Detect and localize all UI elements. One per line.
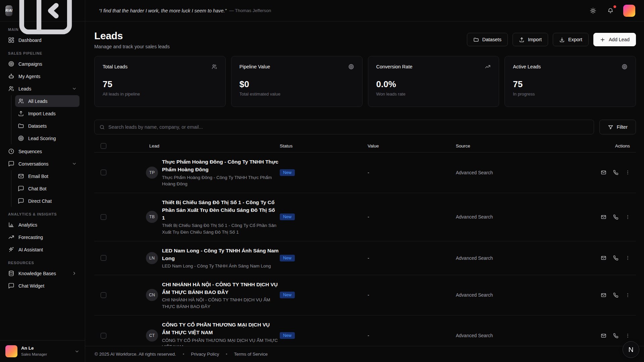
filter-button[interactable]: Filter: [599, 120, 636, 134]
status-badge: New: [280, 214, 295, 220]
users-icon: [211, 64, 217, 70]
column-header-value: Value: [368, 143, 456, 148]
lead-subtitle: Thiết Bị Chiếu Sáng Đô Thị Số 1 - Công T…: [162, 222, 279, 235]
more-vertical-action-button[interactable]: [623, 290, 633, 300]
row-checkbox[interactable]: [101, 292, 106, 298]
more-vertical-action-button[interactable]: [623, 253, 633, 263]
button-label: Add Lead: [609, 37, 630, 42]
footer-link-terms-of-service[interactable]: Terms of Service: [234, 352, 268, 357]
notification-dot: [613, 5, 616, 8]
sidebar-item-conversations[interactable]: Conversations: [5, 158, 79, 170]
user-menu[interactable]: An Le Sales Manager: [0, 340, 85, 362]
select-all-checkbox[interactable]: [101, 143, 106, 149]
table-header-row: LeadStatusValueSourceActions: [94, 140, 636, 153]
sidebar-item-my-agents[interactable]: My Agents: [5, 70, 79, 82]
notifications-bell-icon[interactable]: [606, 6, 615, 15]
row-checkbox[interactable]: [101, 170, 106, 175]
value-cell: -: [368, 255, 456, 261]
footer: © 2025 AI Workforce. All rights reserved…: [85, 346, 644, 362]
user-role: Sales Manager: [21, 352, 47, 357]
avatar: [5, 345, 17, 357]
sidebar-item-label: Conversations: [18, 161, 49, 167]
download-icon: [559, 37, 565, 43]
add-lead-button[interactable]: Add Lead: [593, 33, 636, 46]
mail-action-button[interactable]: [598, 290, 608, 300]
row-checkbox[interactable]: [101, 255, 106, 261]
sidebar-item-email-bot[interactable]: Email Bot: [15, 170, 79, 182]
sidebar-item-datasets[interactable]: Datasets: [15, 120, 79, 132]
sidebar-item-dashboard[interactable]: Dashboard: [5, 34, 79, 46]
phone-action-button[interactable]: [610, 253, 621, 263]
more-vertical-action-button[interactable]: [623, 168, 633, 178]
theme-toggle-sun-icon[interactable]: [588, 6, 598, 15]
mail-action-button[interactable]: [598, 168, 608, 178]
phone-action-button[interactable]: [610, 212, 621, 222]
mail-action-button[interactable]: [598, 330, 608, 341]
table-row: CTCÔNG TY CỔ PHẦN THƯƠNG MẠI DỊCH VỤ ẨM …: [94, 315, 636, 346]
sidebar: R/AI MAINDashboardSALES PIPELINECampaign…: [0, 0, 85, 362]
sidebar-item-all-leads[interactable]: All Leads: [15, 95, 79, 107]
profile-avatar[interactable]: [623, 5, 635, 17]
sidebar-item-leads[interactable]: Leads: [5, 83, 79, 95]
lead-name[interactable]: CHI NHÁNH HÀ NỘI - CÔNG TY TNHH DỊCH VỤ …: [162, 281, 279, 296]
column-header-actions: Actions: [556, 143, 636, 148]
mail-action-button[interactable]: [598, 253, 608, 263]
github-icon[interactable]: [605, 350, 614, 359]
stat-card-pipeline-value: Pipeline Value$0Total estimated value: [231, 56, 363, 107]
row-checkbox[interactable]: [101, 214, 106, 220]
nav-section-label: ANALYTICS & INSIGHTS: [5, 212, 79, 216]
sidebar-item-campaigns[interactable]: Campaigns: [5, 58, 79, 70]
nextjs-dev-fab[interactable]: N: [623, 341, 639, 358]
bar-chart-icon: [8, 222, 14, 228]
dashboard-icon: [8, 37, 14, 43]
row-actions: [556, 253, 636, 263]
phone-action-button[interactable]: [610, 168, 621, 178]
button-label: Datasets: [482, 37, 501, 42]
lead-cell: CTCÔNG TY CỔ PHẦN THƯƠNG MẠI DỊCH VỤ ẨM …: [146, 321, 280, 346]
table-row: TPThực Phẩm Hoàng Đông - Công Ty TNHH Th…: [94, 153, 636, 193]
sidebar-item-ai-assistant[interactable]: AI Assistant: [5, 244, 79, 255]
sidebar-item-forecasting[interactable]: Forecasting: [5, 231, 79, 243]
trending-up-icon: [485, 64, 491, 70]
lead-name[interactable]: CÔNG TY CỔ PHẦN THƯƠNG MẠI DỊCH VỤ ẨM TH…: [162, 321, 279, 337]
sidebar-item-label: Direct Chat: [28, 198, 52, 204]
page-title: Leads: [94, 30, 170, 42]
target-icon: [8, 61, 14, 67]
stat-value: 75: [513, 79, 628, 89]
quote-attribution: — Thomas Jefferson: [229, 8, 271, 13]
stat-title: Pipeline Value: [239, 64, 270, 69]
sidebar-item-analytics[interactable]: Analytics: [5, 219, 79, 231]
lead-name[interactable]: Thiết Bị Chiếu Sáng Đô Thị Số 1 - Công T…: [162, 198, 279, 222]
bot-icon: [8, 73, 14, 79]
brand-logo: R/AI: [5, 5, 12, 16]
footer-link-privacy-policy[interactable]: Privacy Policy: [191, 352, 219, 357]
sidebar-item-direct-chat[interactable]: Direct Chat: [15, 195, 79, 207]
sidebar-item-sequences[interactable]: Sequences: [5, 145, 79, 157]
phone-action-button[interactable]: [610, 290, 621, 300]
filter-label: Filter: [617, 124, 628, 130]
more-vertical-action-button[interactable]: [623, 212, 633, 222]
export-button[interactable]: Export: [553, 33, 589, 46]
sidebar-item-chat-bot[interactable]: Chat Bot: [15, 183, 79, 194]
sidebar-item-chat-widget[interactable]: Chat Widget: [5, 280, 79, 292]
status-cell: New: [280, 332, 368, 339]
user-name: An Le: [21, 346, 47, 351]
sidebar-item-lead-scoring[interactable]: Lead Scoring: [15, 132, 79, 144]
stat-subtitle: All leads in pipeline: [103, 92, 217, 97]
sidebar-item-import-leads[interactable]: Import Leads: [15, 108, 79, 119]
sidebar-item-knowledge-bases[interactable]: Knowledge Bases: [5, 267, 79, 279]
lead-name[interactable]: LED Nam Long - Công Ty TNHH Ánh Sáng Nam…: [162, 247, 279, 262]
datasets-button[interactable]: Datasets: [467, 33, 508, 46]
mail-action-button[interactable]: [598, 212, 608, 222]
table-row: CNCHI NHÁNH HÀ NỘI - CÔNG TY TNHH DỊCH V…: [94, 275, 636, 316]
lead-name[interactable]: Thực Phẩm Hoàng Đông - Công Ty TNHH Thực…: [162, 158, 279, 174]
search-input[interactable]: [108, 124, 589, 130]
stat-card-total-leads: Total Leads75All leads in pipeline: [94, 56, 226, 107]
sidebar-nav: MAINDashboardSALES PIPELINECampaignsMy A…: [0, 21, 85, 340]
twitter-icon[interactable]: [590, 350, 599, 359]
import-button[interactable]: Import: [513, 33, 548, 46]
phone-action-button[interactable]: [610, 330, 621, 341]
more-vertical-action-button[interactable]: [623, 330, 633, 341]
table-row: TBThiết Bị Chiếu Sáng Đô Thị Số 1 - Công…: [94, 193, 636, 241]
row-checkbox[interactable]: [101, 333, 106, 339]
